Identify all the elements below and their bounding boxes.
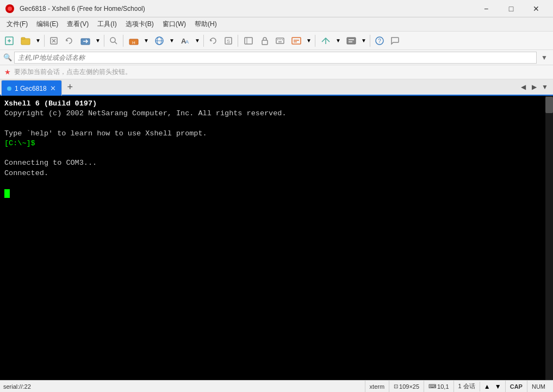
connect-button[interactable]: [77, 34, 94, 48]
terminal-line-3: [4, 119, 549, 128]
new-session-button[interactable]: [2, 34, 16, 48]
menu-help[interactable]: 帮助(H): [190, 17, 221, 31]
help-button[interactable]: ?: [372, 34, 387, 48]
tab-nav-controls: ◀ ▶ ▼: [518, 81, 552, 93]
terminal-line-7: Connecting to COM3...: [4, 158, 549, 168]
svg-text:H: H: [132, 40, 135, 45]
text-transfer-button[interactable]: [343, 34, 359, 48]
terminal-line-2: Copyright (c) 2002 NetSarang Computer, I…: [4, 109, 549, 119]
transfer-button[interactable]: [318, 34, 334, 48]
undo-button[interactable]: [206, 34, 220, 48]
compose-button[interactable]: [288, 34, 305, 48]
compose-group: ▼: [288, 34, 313, 48]
text-transfer-group: ▼: [343, 34, 368, 48]
tab-gec6818[interactable]: 1 Gec6818 ✕: [1, 80, 62, 96]
maximize-button[interactable]: □: [499, 0, 524, 17]
menu-file[interactable]: 文件(F): [2, 17, 32, 31]
svg-rect-23: [245, 38, 252, 44]
search-button[interactable]: [107, 34, 121, 48]
toolbar-sep-6: [315, 35, 315, 47]
window-title: Gec6818 - Xshell 6 (Free for Home/School…: [20, 5, 474, 13]
address-search-icon: 🔍: [3, 53, 12, 61]
favorites-star-icon: ★: [4, 68, 11, 76]
terminal-line-6: [4, 148, 549, 158]
font-arrow[interactable]: ▼: [194, 34, 201, 48]
transfer-arrow[interactable]: ▼: [334, 34, 342, 48]
minimize-button[interactable]: −: [474, 0, 499, 17]
menu-window[interactable]: 窗口(W): [158, 17, 190, 31]
font-button[interactable]: AA: [177, 34, 193, 48]
tab-connection-indicator: [7, 86, 11, 91]
fullscreen-button[interactable]: [240, 34, 257, 48]
status-scroll-up[interactable]: ▲: [482, 382, 492, 391]
app-icon: [4, 3, 15, 14]
open-session-arrow[interactable]: ▼: [34, 34, 42, 48]
scrollbar-thumb[interactable]: [545, 97, 553, 113]
globe-button[interactable]: [151, 34, 167, 48]
highlight-arrow[interactable]: ▼: [142, 34, 150, 48]
script-button[interactable]: S: [221, 34, 235, 48]
menu-edit[interactable]: 编辑(E): [32, 17, 63, 31]
tab-close-button[interactable]: ✕: [50, 84, 56, 92]
status-items: xterm ⊡ 109×25 ⌨ 10,1 1 会话 ▲ ▼ CAP NUM: [365, 381, 550, 393]
status-num: NUM: [527, 381, 550, 393]
status-scroll-down[interactable]: ▼: [493, 382, 503, 391]
menu-view[interactable]: 查看(V): [63, 17, 93, 31]
tab-next-button[interactable]: ▶: [529, 81, 539, 93]
address-input[interactable]: [14, 52, 537, 64]
compose-arrow[interactable]: ▼: [305, 34, 313, 48]
menu-bar: 文件(F) 编辑(E) 查看(V) 工具(I) 选项卡(B) 窗口(W) 帮助(…: [0, 17, 553, 32]
status-cap: CAP: [505, 381, 527, 393]
toolbar-sep-1: [44, 35, 45, 47]
terminal-content: Xshell 6 (Build 0197) Copyright (c) 2002…: [4, 99, 549, 198]
keyboard-button[interactable]: [273, 34, 287, 48]
font-group: AA ▼: [177, 34, 201, 48]
connect-arrow[interactable]: ▼: [94, 34, 102, 48]
globe-arrow[interactable]: ▼: [168, 34, 176, 48]
tab-bar: 1 Gec6818 ✕ + ◀ ▶ ▼: [0, 79, 553, 96]
tab-prev-button[interactable]: ◀: [518, 81, 528, 93]
menu-tabs[interactable]: 选项卡(B): [121, 17, 158, 31]
status-scroll-controls: ▲ ▼: [480, 382, 505, 391]
open-session-button[interactable]: [17, 34, 34, 48]
svg-line-13: [115, 42, 117, 44]
status-position: ⌨ 10,1: [424, 381, 453, 393]
tab-menu-button[interactable]: ▼: [540, 81, 550, 93]
terminal-line-8: Connected.: [4, 169, 549, 178]
svg-point-12: [110, 38, 115, 42]
toolbar-sep-7: [370, 35, 370, 47]
terminal-scrollbar[interactable]: [545, 96, 553, 380]
disconnect-button[interactable]: [47, 34, 61, 48]
svg-text:?: ?: [378, 38, 381, 44]
terminal-line-1: Xshell 6 (Build 0197): [4, 99, 549, 109]
window-controls: − □ ✕: [474, 0, 549, 17]
connect-session-group: ▼: [77, 34, 102, 48]
svg-point-1: [8, 7, 12, 11]
highlight-button[interactable]: H: [126, 34, 142, 48]
svg-rect-5: [21, 39, 30, 45]
reconnect-button[interactable]: [62, 34, 76, 48]
toolbar-sep-2: [104, 35, 104, 47]
new-tab-button[interactable]: +: [63, 80, 77, 94]
title-bar: Gec6818 - Xshell 6 (Free for Home/School…: [0, 0, 553, 17]
favorites-bar: ★ 要添加当前会话，点击左侧的箭头按钮。: [0, 65, 553, 79]
terminal-line-9: [4, 178, 549, 188]
menu-tools[interactable]: 工具(I): [93, 17, 121, 31]
tab-label: 1 Gec6818: [15, 85, 47, 92]
status-size: ⊡ 109×25: [389, 381, 424, 393]
status-bar: serial://:22 xterm ⊡ 109×25 ⌨ 10,1 1 会话 …: [0, 380, 553, 392]
terminal-cursor: [4, 189, 10, 198]
svg-rect-6: [21, 38, 25, 39]
status-sessions: 1 会话: [453, 381, 480, 393]
text-transfer-arrow[interactable]: ▼: [360, 34, 368, 48]
svg-rect-25: [262, 40, 268, 45]
status-position-icon: ⌨: [428, 383, 436, 389]
terminal[interactable]: Xshell 6 (Build 0197) Copyright (c) 2002…: [0, 96, 553, 380]
close-button[interactable]: ✕: [524, 0, 549, 17]
lock-button[interactable]: [258, 34, 272, 48]
highlight-group: H ▼: [126, 34, 150, 48]
svg-rect-31: [292, 38, 301, 44]
status-term: xterm: [365, 381, 389, 393]
address-dropdown-arrow[interactable]: ▼: [539, 53, 550, 63]
chat-button[interactable]: [388, 34, 402, 48]
